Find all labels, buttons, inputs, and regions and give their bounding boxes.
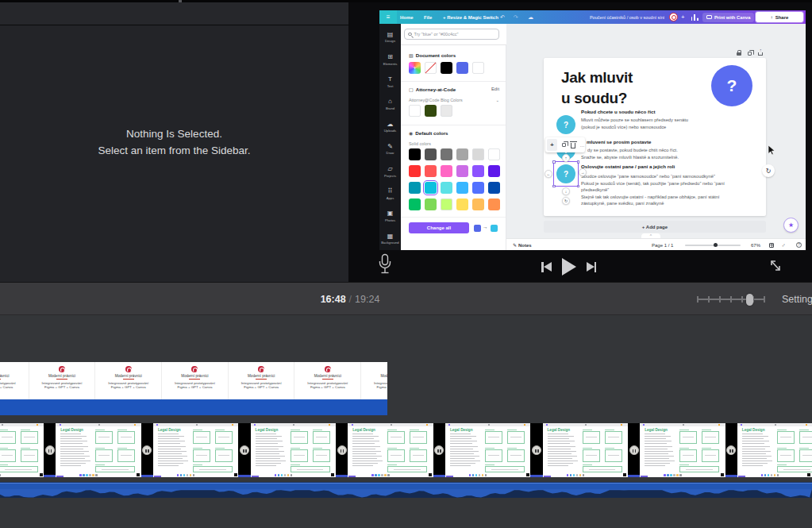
- color-swatch-ff66c4[interactable]: [441, 165, 452, 177]
- microphone-icon[interactable]: [378, 253, 392, 276]
- timeline-zoom-slider[interactable]: [695, 293, 767, 306]
- color-swatch-000000[interactable]: [409, 148, 421, 160]
- sidebar-item-apps[interactable]: ⠿Apps: [379, 183, 401, 205]
- track-1-slide-clip[interactable]: Moderní právníciIntegrované prototypován…: [0, 362, 387, 415]
- hamburger-icon[interactable]: ≡: [379, 10, 397, 24]
- rotate-bubble[interactable]: ↻: [562, 197, 570, 205]
- color-swatch-ffffff[interactable]: [488, 148, 500, 160]
- duplicate-icon[interactable]: [562, 143, 566, 148]
- duplicate-icon[interactable]: [748, 52, 752, 56]
- change-all-button[interactable]: Change all: [409, 222, 469, 233]
- canva-canvas[interactable]: Jak mluvit u soudu? ? ? Pokud chcete u s…: [506, 24, 806, 238]
- sidebar-item-text[interactable]: TText: [379, 71, 401, 93]
- sidebar-item-uploads[interactable]: ☁Uploads: [379, 116, 401, 138]
- print-button[interactable]: Print with Canva: [702, 13, 754, 22]
- edit-link[interactable]: Edit: [491, 87, 499, 91]
- color-swatch-0cc0df[interactable]: [425, 182, 437, 194]
- canva-home-menu[interactable]: Home: [400, 10, 414, 24]
- color-swatch-00bf63[interactable]: [409, 198, 421, 210]
- move-icon[interactable]: +: [547, 139, 557, 151]
- undo-icon[interactable]: ↶: [500, 10, 505, 24]
- fullscreen-preview-button[interactable]: [768, 256, 783, 274]
- trash-icon[interactable]: [571, 143, 575, 148]
- transition-badge[interactable]: [240, 445, 249, 455]
- redo-icon[interactable]: ↷: [514, 10, 518, 24]
- insights-icon[interactable]: [691, 14, 698, 21]
- color-swatch-ff3131[interactable]: [409, 165, 421, 177]
- grid-view-button[interactable]: [769, 239, 774, 250]
- zoom-slider-handle[interactable]: [714, 243, 718, 247]
- timeline-zoom-handle[interactable]: [746, 294, 753, 306]
- screen-recording-clip[interactable]: Legal Design: [737, 423, 812, 477]
- color-swatch-e9e9e9[interactable]: [441, 105, 452, 117]
- sidebar-item-design[interactable]: ▤Design: [379, 26, 401, 48]
- color-swatch-38b6ff[interactable]: [456, 182, 468, 194]
- add-member-button[interactable]: +: [681, 10, 685, 24]
- previous-clip-button[interactable]: [541, 262, 552, 272]
- color-swatch-000000[interactable]: [441, 62, 452, 74]
- color-swatch-ffffff[interactable]: [409, 105, 421, 117]
- color-swatch-7ed957[interactable]: [425, 198, 437, 210]
- color-swatch-ffde59[interactable]: [456, 198, 468, 210]
- color-swatch-a6a6a6[interactable]: [456, 148, 468, 160]
- play-button[interactable]: [562, 258, 576, 276]
- nudge-left-bubble[interactable]: ←: [545, 170, 552, 178]
- more-icon[interactable]: …: [580, 143, 586, 148]
- sidebar-item-background[interactable]: ▦Background: [379, 228, 401, 250]
- refresh-button[interactable]: ↻: [762, 164, 775, 177]
- screen-recording-clip[interactable]: Legal Design: [251, 423, 336, 477]
- selection-box[interactable]: [553, 161, 579, 187]
- color-search-input[interactable]: Try "blue" or "#00c4cc": [404, 29, 499, 40]
- nudge-right-bubble[interactable]: →: [579, 168, 587, 176]
- question-circle-1[interactable]: ?: [556, 115, 575, 134]
- color-swatch-33490e[interactable]: [425, 105, 437, 117]
- canva-page[interactable]: Jak mluvit u soudu? ? ? Pokud chcete u s…: [544, 58, 766, 216]
- canva-file-menu[interactable]: File: [424, 10, 432, 24]
- screen-recording-clip[interactable]: Legal Design: [56, 423, 140, 477]
- transition-badge[interactable]: [532, 445, 541, 455]
- nudge-up-bubble[interactable]: ↑: [562, 154, 570, 162]
- color-swatch-0097b2[interactable]: [409, 182, 421, 194]
- screen-recording-clip[interactable]: Legal Design: [640, 423, 725, 477]
- no-color-swatch[interactable]: [425, 62, 437, 74]
- screen-recording-clip[interactable]: Legal Design: [543, 423, 628, 477]
- lock-icon[interactable]: [737, 52, 741, 56]
- transition-badge[interactable]: [629, 445, 639, 455]
- screen-recording-clip[interactable]: Legal Design: [445, 423, 530, 477]
- transition-badge[interactable]: [434, 445, 444, 455]
- audio-track[interactable]: [0, 482, 812, 498]
- canva-resize-menu[interactable]: + Resize & Magic Switch: [443, 10, 498, 24]
- transition-badge[interactable]: [142, 445, 152, 455]
- color-swatch-c1ff72[interactable]: [441, 198, 452, 210]
- screen-recording-clip[interactable]: Legal Design: [153, 423, 238, 477]
- nudge-down-bubble[interactable]: ↓: [562, 187, 570, 195]
- color-swatch-5e17eb[interactable]: [488, 165, 500, 177]
- color-swatch-cb6ce6[interactable]: [456, 165, 468, 177]
- color-swatch-8c52ff[interactable]: [472, 165, 484, 177]
- color-swatch-ff914d[interactable]: [488, 198, 500, 210]
- color-swatch-ffbd59[interactable]: [472, 198, 484, 210]
- zoom-slider[interactable]: [685, 245, 741, 246]
- color-swatch-545454[interactable]: [425, 148, 437, 160]
- track-2-screen-recording[interactable]: Legal DesignLegal DesignLegal DesignLega…: [0, 423, 812, 477]
- transition-badge[interactable]: [337, 445, 347, 455]
- color-swatch-737373[interactable]: [441, 148, 452, 160]
- transition-badge[interactable]: [45, 445, 55, 455]
- magic-assistant-button[interactable]: ★: [783, 218, 799, 233]
- question-circle-large[interactable]: ?: [711, 65, 752, 106]
- export-icon[interactable]: [758, 52, 763, 56]
- sidebar-item-elements[interactable]: ⊞Elements: [379, 48, 401, 71]
- fullscreen-button[interactable]: ↕: [783, 239, 785, 250]
- document-title[interactable]: Poučení účastníků / osob v soudní síni: [587, 10, 667, 24]
- color-swatch-ffffff[interactable]: [472, 62, 484, 74]
- color-swatch-5468e8[interactable]: [456, 62, 468, 74]
- color-swatch-5ce1e6[interactable]: [441, 182, 452, 194]
- color-swatch-5271ff[interactable]: [472, 182, 484, 194]
- color-swatch-d9d9d9[interactable]: [472, 148, 484, 160]
- chevron-down-icon[interactable]: ⌄: [495, 98, 499, 102]
- sidebar-item-brand[interactable]: ⌂Brand: [379, 94, 401, 116]
- color-swatch-ff5757[interactable]: [425, 165, 437, 177]
- video-preview[interactable]: ≡ Home File + Resize & Magic Switch ↶ ↷ …: [379, 10, 806, 250]
- color-swatch-004aad[interactable]: [488, 182, 500, 194]
- sidebar-item-draw[interactable]: ✎Draw: [379, 138, 401, 160]
